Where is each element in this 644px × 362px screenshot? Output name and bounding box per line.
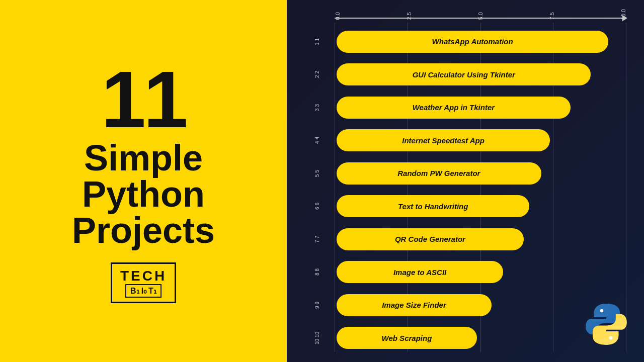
bar-project-label: Random PW Generator bbox=[397, 169, 480, 177]
bar: Weather App in Tkinter bbox=[337, 97, 571, 119]
svg-point-0 bbox=[600, 309, 604, 313]
bar-row: 4 4Internet Speedtest App bbox=[314, 129, 629, 151]
bar: Image Size Finder bbox=[337, 294, 492, 316]
bar-rank-label: 10 10 bbox=[314, 332, 333, 344]
bar-rank-label: 7 7 bbox=[314, 236, 333, 243]
python-snake-svg bbox=[584, 302, 629, 347]
bar-wrapper: Internet Speedtest App bbox=[337, 129, 629, 151]
bar-project-label: Internet Speedtest App bbox=[402, 136, 485, 145]
logo-tech-text: TECH bbox=[120, 268, 167, 284]
bar-project-label: Web Scraping bbox=[382, 334, 432, 342]
bar: Text to Handwriting bbox=[337, 195, 529, 217]
bar-rank-label: 6 6 bbox=[314, 203, 333, 210]
bar: Random PW Generator bbox=[337, 162, 541, 185]
bar-row: 2 2GUI Calculator Using Tkinter bbox=[314, 63, 629, 85]
logo-bits: B₁ I₀ T₁ bbox=[125, 284, 162, 298]
bar-project-label: QR Code Generator bbox=[395, 235, 465, 243]
bar-wrapper: Weather App in Tkinter bbox=[337, 97, 629, 119]
logo-t: T₁ bbox=[148, 286, 156, 296]
svg-point-1 bbox=[609, 336, 613, 340]
bar-rank-label: 5 5 bbox=[314, 170, 333, 177]
bar-project-label: Image Size Finder bbox=[382, 301, 446, 309]
x-label-1: 2.5 bbox=[406, 9, 412, 20]
bar-project-label: WhatsApp Automation bbox=[432, 37, 513, 46]
bar-row: 10 10Web Scraping bbox=[314, 327, 629, 349]
x-label-2: 5.0 bbox=[477, 9, 484, 20]
bar: Internet Speedtest App bbox=[337, 129, 550, 151]
bar-rank-label: 1 1 bbox=[314, 38, 333, 45]
right-panel: 0.0 2.5 5.0 7.5 10.0 1 1WhatsApp Automat… bbox=[287, 0, 644, 362]
bar-row: 6 6Text to Handwriting bbox=[314, 195, 629, 217]
logo-i: I₀ bbox=[141, 286, 146, 296]
bar: QR Code Generator bbox=[337, 228, 524, 250]
x-label-3: 7.5 bbox=[549, 9, 555, 20]
bar-wrapper: Image to ASCII bbox=[337, 261, 629, 283]
logo-b: B₁ bbox=[130, 286, 139, 296]
x-label-4: 10.0 bbox=[620, 9, 626, 20]
bar-row: 9 9Image Size Finder bbox=[314, 294, 629, 316]
title-line3: Projects bbox=[72, 212, 215, 248]
bar-rank-label: 2 2 bbox=[314, 71, 333, 78]
bar: Web Scraping bbox=[337, 327, 477, 349]
bar: GUI Calculator Using Tkinter bbox=[337, 63, 591, 85]
bar-wrapper: WhatsApp Automation bbox=[337, 31, 629, 53]
bar-row: 1 1WhatsApp Automation bbox=[314, 31, 629, 53]
bar: Image to ASCII bbox=[337, 261, 503, 283]
bar-wrapper: Text to Handwriting bbox=[337, 195, 629, 217]
bar-row: 7 7QR Code Generator bbox=[314, 228, 629, 250]
title-line2: Python bbox=[82, 176, 205, 212]
left-panel: 11 Simple Python Projects TECH B₁ I₀ T₁ bbox=[0, 0, 287, 362]
bars-container: 1 1WhatsApp Automation2 2GUI Calculator … bbox=[314, 25, 629, 354]
bar-project-label: Text to Handwriting bbox=[398, 202, 468, 211]
bar-project-label: Image to ASCII bbox=[393, 268, 446, 277]
bar-wrapper: QR Code Generator bbox=[337, 228, 629, 250]
bar-rank-label: 4 4 bbox=[314, 137, 333, 144]
bar-wrapper: Random PW Generator bbox=[337, 162, 629, 185]
logo-container: TECH B₁ I₀ T₁ bbox=[111, 262, 176, 303]
title-line1: Simple bbox=[84, 140, 203, 176]
bar-rank-label: 8 8 bbox=[314, 268, 333, 276]
bar-row: 5 5Random PW Generator bbox=[314, 162, 629, 185]
python-logo bbox=[584, 302, 629, 347]
bar-rank-label: 9 9 bbox=[314, 302, 333, 309]
x-axis-labels: 0.0 2.5 5.0 7.5 10.0 bbox=[335, 9, 626, 20]
x-label-0: 0.0 bbox=[335, 9, 341, 20]
big-number: 11 bbox=[101, 59, 186, 140]
bar-rank-label: 3 3 bbox=[314, 104, 333, 111]
bar-project-label: Weather App in Tkinter bbox=[413, 103, 495, 112]
bar-project-label: GUI Calculator Using Tkinter bbox=[413, 70, 515, 79]
bar-row: 8 8Image to ASCII bbox=[314, 261, 629, 283]
bar-row: 3 3Weather App in Tkinter bbox=[314, 97, 629, 119]
bar: WhatsApp Automation bbox=[337, 31, 608, 53]
bar-wrapper: GUI Calculator Using Tkinter bbox=[337, 63, 629, 85]
